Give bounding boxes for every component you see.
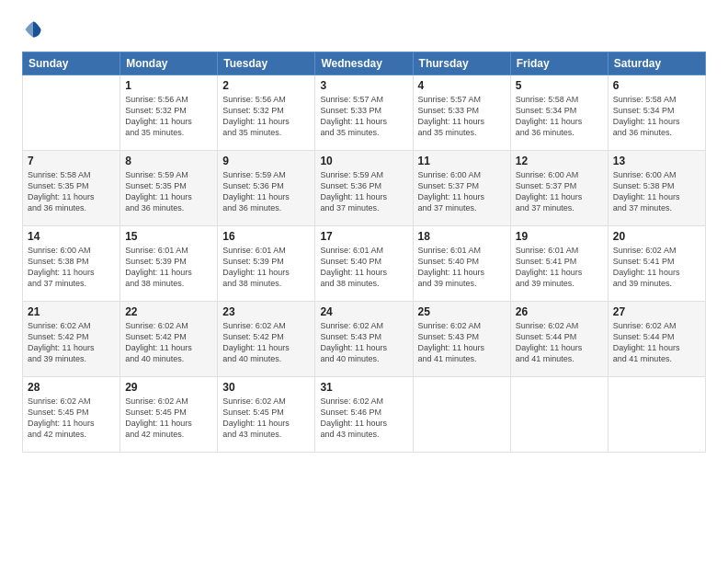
weekday-header: Tuesday (218, 52, 315, 75)
day-info: Sunrise: 6:02 AM Sunset: 5:42 PM Dayligh… (125, 320, 212, 365)
day-info: Sunrise: 5:58 AM Sunset: 5:34 PM Dayligh… (613, 94, 700, 139)
day-info: Sunrise: 6:02 AM Sunset: 5:41 PM Dayligh… (613, 245, 700, 290)
day-number: 1 (125, 79, 212, 92)
day-info: Sunrise: 5:57 AM Sunset: 5:33 PM Dayligh… (418, 94, 506, 139)
calendar-week-row: 7Sunrise: 5:58 AM Sunset: 5:35 PM Daylig… (23, 151, 706, 226)
calendar-cell: 29Sunrise: 6:02 AM Sunset: 5:45 PM Dayli… (120, 377, 218, 453)
weekday-header: Wednesday (315, 52, 413, 75)
calendar-cell: 7Sunrise: 5:58 AM Sunset: 5:35 PM Daylig… (23, 151, 120, 226)
calendar-cell: 14Sunrise: 6:00 AM Sunset: 5:38 PM Dayli… (23, 226, 120, 302)
day-info: Sunrise: 6:02 AM Sunset: 5:44 PM Dayligh… (613, 320, 700, 365)
day-number: 15 (125, 230, 212, 243)
logo (22, 18, 48, 40)
calendar-week-row: 21Sunrise: 6:02 AM Sunset: 5:42 PM Dayli… (23, 302, 706, 377)
day-info: Sunrise: 5:58 AM Sunset: 5:34 PM Dayligh… (516, 94, 603, 139)
calendar-table: SundayMondayTuesdayWednesdayThursdayFrid… (22, 52, 706, 453)
day-info: Sunrise: 6:01 AM Sunset: 5:39 PM Dayligh… (125, 245, 212, 290)
day-info: Sunrise: 6:00 AM Sunset: 5:37 PM Dayligh… (516, 169, 603, 214)
calendar-cell: 27Sunrise: 6:02 AM Sunset: 5:44 PM Dayli… (608, 302, 705, 377)
day-number: 18 (418, 230, 506, 243)
calendar-cell: 2Sunrise: 5:56 AM Sunset: 5:32 PM Daylig… (218, 75, 315, 151)
calendar-cell: 23Sunrise: 6:02 AM Sunset: 5:42 PM Dayli… (218, 302, 315, 377)
day-info: Sunrise: 6:01 AM Sunset: 5:40 PM Dayligh… (320, 245, 407, 290)
day-number: 3 (320, 79, 407, 92)
day-info: Sunrise: 5:56 AM Sunset: 5:32 PM Dayligh… (125, 94, 212, 139)
calendar-cell: 12Sunrise: 6:00 AM Sunset: 5:37 PM Dayli… (510, 151, 608, 226)
calendar-cell: 19Sunrise: 6:01 AM Sunset: 5:41 PM Dayli… (510, 226, 608, 302)
day-number: 27 (613, 305, 700, 318)
calendar-page: SundayMondayTuesdayWednesdayThursdayFrid… (0, 0, 728, 563)
calendar-cell: 31Sunrise: 6:02 AM Sunset: 5:46 PM Dayli… (315, 377, 413, 453)
calendar-cell: 24Sunrise: 6:02 AM Sunset: 5:43 PM Dayli… (315, 302, 413, 377)
day-info: Sunrise: 5:59 AM Sunset: 5:35 PM Dayligh… (125, 169, 212, 214)
weekday-header: Saturday (608, 52, 705, 75)
day-number: 17 (320, 230, 407, 243)
calendar-cell: 16Sunrise: 6:01 AM Sunset: 5:39 PM Dayli… (218, 226, 315, 302)
calendar-cell: 30Sunrise: 6:02 AM Sunset: 5:45 PM Dayli… (218, 377, 315, 453)
calendar-cell: 18Sunrise: 6:01 AM Sunset: 5:40 PM Dayli… (413, 226, 510, 302)
day-number: 24 (320, 305, 407, 318)
calendar-cell (413, 377, 510, 453)
weekday-header: Monday (120, 52, 218, 75)
day-info: Sunrise: 6:01 AM Sunset: 5:39 PM Dayligh… (222, 245, 310, 290)
day-number: 20 (613, 230, 700, 243)
day-number: 13 (613, 155, 700, 167)
day-info: Sunrise: 6:00 AM Sunset: 5:38 PM Dayligh… (613, 169, 700, 214)
calendar-cell: 20Sunrise: 6:02 AM Sunset: 5:41 PM Dayli… (608, 226, 705, 302)
day-info: Sunrise: 6:01 AM Sunset: 5:40 PM Dayligh… (418, 245, 506, 290)
page-header (22, 18, 706, 40)
calendar-cell: 13Sunrise: 6:00 AM Sunset: 5:38 PM Dayli… (608, 151, 705, 226)
calendar-week-row: 28Sunrise: 6:02 AM Sunset: 5:45 PM Dayli… (23, 377, 706, 453)
day-info: Sunrise: 6:02 AM Sunset: 5:45 PM Dayligh… (28, 396, 115, 441)
day-number: 16 (222, 230, 310, 243)
day-number: 4 (418, 79, 506, 92)
day-info: Sunrise: 6:01 AM Sunset: 5:41 PM Dayligh… (516, 245, 603, 290)
day-number: 26 (516, 305, 603, 318)
calendar-week-row: 1Sunrise: 5:56 AM Sunset: 5:32 PM Daylig… (23, 75, 706, 151)
weekday-header: Friday (510, 52, 608, 75)
calendar-cell (23, 75, 120, 151)
day-number: 23 (222, 305, 310, 318)
calendar-cell (608, 377, 705, 453)
calendar-cell: 8Sunrise: 5:59 AM Sunset: 5:35 PM Daylig… (120, 151, 218, 226)
day-number: 2 (222, 79, 310, 92)
day-number: 6 (613, 79, 700, 92)
day-number: 12 (516, 155, 603, 167)
calendar-cell: 3Sunrise: 5:57 AM Sunset: 5:33 PM Daylig… (315, 75, 413, 151)
day-info: Sunrise: 6:02 AM Sunset: 5:42 PM Dayligh… (28, 320, 115, 365)
day-info: Sunrise: 6:02 AM Sunset: 5:42 PM Dayligh… (222, 320, 310, 365)
day-info: Sunrise: 5:58 AM Sunset: 5:35 PM Dayligh… (28, 169, 115, 214)
day-info: Sunrise: 6:00 AM Sunset: 5:38 PM Dayligh… (28, 245, 115, 290)
day-info: Sunrise: 6:02 AM Sunset: 5:43 PM Dayligh… (418, 320, 506, 365)
day-number: 7 (28, 155, 115, 167)
day-info: Sunrise: 5:59 AM Sunset: 5:36 PM Dayligh… (222, 169, 310, 214)
day-number: 21 (28, 305, 115, 318)
calendar-header-row: SundayMondayTuesdayWednesdayThursdayFrid… (23, 52, 706, 75)
day-number: 30 (222, 381, 310, 394)
calendar-cell: 21Sunrise: 6:02 AM Sunset: 5:42 PM Dayli… (23, 302, 120, 377)
calendar-cell: 22Sunrise: 6:02 AM Sunset: 5:42 PM Dayli… (120, 302, 218, 377)
day-info: Sunrise: 6:02 AM Sunset: 5:43 PM Dayligh… (320, 320, 407, 365)
calendar-cell: 10Sunrise: 5:59 AM Sunset: 5:36 PM Dayli… (315, 151, 413, 226)
calendar-cell: 11Sunrise: 6:00 AM Sunset: 5:37 PM Dayli… (413, 151, 510, 226)
day-info: Sunrise: 5:56 AM Sunset: 5:32 PM Dayligh… (222, 94, 310, 139)
day-info: Sunrise: 6:02 AM Sunset: 5:45 PM Dayligh… (125, 396, 212, 441)
day-number: 8 (125, 155, 212, 167)
calendar-cell: 17Sunrise: 6:01 AM Sunset: 5:40 PM Dayli… (315, 226, 413, 302)
day-number: 9 (222, 155, 310, 167)
calendar-week-row: 14Sunrise: 6:00 AM Sunset: 5:38 PM Dayli… (23, 226, 706, 302)
day-number: 29 (125, 381, 212, 394)
day-info: Sunrise: 5:57 AM Sunset: 5:33 PM Dayligh… (320, 94, 407, 139)
day-number: 14 (28, 230, 115, 243)
weekday-header: Sunday (23, 52, 120, 75)
calendar-cell: 9Sunrise: 5:59 AM Sunset: 5:36 PM Daylig… (218, 151, 315, 226)
calendar-cell: 5Sunrise: 5:58 AM Sunset: 5:34 PM Daylig… (510, 75, 608, 151)
day-info: Sunrise: 6:00 AM Sunset: 5:37 PM Dayligh… (418, 169, 506, 214)
weekday-header: Thursday (413, 52, 510, 75)
day-info: Sunrise: 5:59 AM Sunset: 5:36 PM Dayligh… (320, 169, 407, 214)
calendar-cell: 1Sunrise: 5:56 AM Sunset: 5:32 PM Daylig… (120, 75, 218, 151)
calendar-cell: 26Sunrise: 6:02 AM Sunset: 5:44 PM Dayli… (510, 302, 608, 377)
calendar-cell: 6Sunrise: 5:58 AM Sunset: 5:34 PM Daylig… (608, 75, 705, 151)
logo-icon (22, 18, 44, 40)
day-number: 11 (418, 155, 506, 167)
